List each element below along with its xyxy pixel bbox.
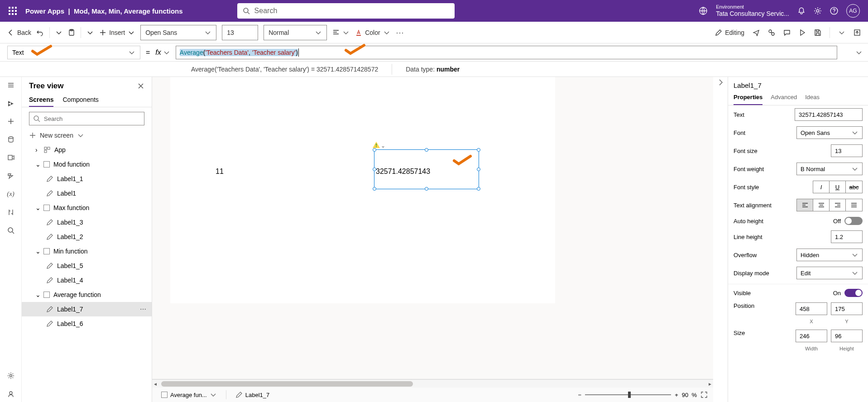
prop-text-input[interactable]: 32571.42857143: [795, 108, 863, 121]
tree-group-mod[interactable]: ⌄Mod function: [22, 157, 152, 172]
tree-item[interactable]: Label1_2: [22, 230, 152, 244]
media-icon[interactable]: [7, 154, 14, 161]
hamburger-icon[interactable]: [7, 81, 14, 89]
publish-icon[interactable]: [854, 29, 861, 36]
insert-pane-icon[interactable]: [7, 118, 14, 125]
tree-item-selected[interactable]: Label1_7⋯: [22, 302, 152, 316]
tab-advanced[interactable]: Advanced: [771, 92, 797, 105]
align-justify-button[interactable]: [846, 199, 862, 211]
undo-more[interactable]: [55, 29, 62, 36]
data-icon[interactable]: [7, 136, 14, 143]
back-button[interactable]: Back: [7, 29, 31, 36]
notifications-icon[interactable]: [797, 7, 806, 15]
comments-icon[interactable]: [783, 29, 791, 36]
prop-font-select[interactable]: Open Sans: [796, 126, 863, 139]
insert-button[interactable]: Insert: [99, 29, 135, 36]
chevron-down-icon[interactable]: ⌄: [381, 143, 385, 149]
font-size-input[interactable]: 13: [222, 25, 258, 40]
align-center-button[interactable]: [813, 199, 830, 211]
variables-icon[interactable]: (x): [7, 190, 14, 198]
align-button[interactable]: [332, 29, 350, 36]
visible-toggle[interactable]: [844, 289, 863, 297]
tree-item[interactable]: Label1_6: [22, 316, 152, 331]
chevron-down-icon[interactable]: [838, 29, 845, 36]
zoom-out-button[interactable]: −: [578, 392, 582, 398]
user-avatar[interactable]: AG: [846, 4, 860, 18]
color-button[interactable]: Color: [355, 29, 390, 36]
canvas[interactable]: 11 ⌄ 32571.42857143: [152, 77, 713, 379]
tree-group-min[interactable]: ⌄Min function: [22, 244, 152, 258]
tree-item[interactable]: Label1_1: [22, 172, 152, 186]
position-y-input[interactable]: 175: [831, 302, 863, 315]
formula-expand-icon[interactable]: [855, 49, 863, 56]
forward-arrow-icon[interactable]: [717, 79, 724, 86]
editing-mode-button[interactable]: Editing: [715, 29, 744, 36]
environment-display[interactable]: Environment Tata Consultancy Servic...: [716, 4, 789, 18]
tree-group-average[interactable]: ⌄Average function: [22, 287, 152, 302]
prop-fontstyle-segmented[interactable]: I U abc: [813, 181, 863, 193]
prop-displaymode-select[interactable]: Edit: [796, 267, 863, 279]
fx-dropdown[interactable]: fx: [155, 48, 170, 57]
prop-align-segmented[interactable]: [796, 199, 863, 211]
strike-button[interactable]: abc: [846, 181, 862, 193]
zoom-slider-track[interactable]: [585, 394, 671, 395]
footer-screen-chip[interactable]: Average fun...: [158, 390, 221, 399]
canvas-hscrollbar[interactable]: ◂ ▸: [152, 379, 713, 388]
share-icon[interactable]: [753, 29, 760, 36]
advanced-tools-icon[interactable]: [7, 209, 14, 216]
canvas-label-selected[interactable]: 32571.42857143: [376, 168, 430, 176]
search-icon[interactable]: [7, 227, 14, 234]
tab-ideas[interactable]: Ideas: [805, 92, 820, 105]
prop-overflow-select[interactable]: Hidden: [796, 249, 863, 261]
size-w-input[interactable]: 246: [796, 330, 827, 342]
tree-item[interactable]: Label1_5: [22, 258, 152, 273]
tree-item[interactable]: Label1: [22, 186, 152, 201]
autoheight-toggle[interactable]: [844, 217, 863, 225]
tree-view-icon[interactable]: [7, 100, 14, 107]
close-icon[interactable]: [137, 82, 144, 90]
settings-icon[interactable]: [814, 7, 822, 15]
help-icon[interactable]: [830, 7, 838, 15]
tree-app-node[interactable]: › App: [22, 143, 152, 157]
more-commands[interactable]: ⋯: [396, 28, 404, 38]
align-left-button[interactable]: [797, 199, 813, 211]
tab-screens[interactable]: Screens: [29, 96, 53, 107]
size-h-input[interactable]: 96: [831, 330, 863, 342]
tree-item[interactable]: Label1_4: [22, 273, 152, 287]
undo-button[interactable]: [37, 29, 44, 36]
tree-item[interactable]: Label1_3: [22, 215, 152, 230]
paste-button[interactable]: [68, 29, 75, 36]
save-icon[interactable]: [814, 29, 821, 36]
warning-icon[interactable]: [373, 142, 380, 148]
canvas-label-11[interactable]: 11: [216, 168, 224, 176]
paste-more[interactable]: [86, 29, 94, 36]
font-weight-select[interactable]: Normal: [264, 25, 327, 40]
settings-icon[interactable]: [7, 372, 14, 379]
underline-button[interactable]: U: [830, 181, 846, 193]
font-family-select[interactable]: Open Sans: [140, 25, 216, 40]
align-right-button[interactable]: [830, 199, 846, 211]
app-launcher-icon[interactable]: [4, 7, 22, 15]
zoom-in-button[interactable]: +: [675, 392, 678, 398]
app-checker-icon[interactable]: [768, 29, 775, 36]
prop-lineheight-input[interactable]: 1.2: [831, 230, 863, 243]
position-x-input[interactable]: 458: [796, 302, 827, 315]
global-search[interactable]: Search: [237, 3, 455, 19]
power-automate-icon[interactable]: [7, 172, 14, 179]
property-select[interactable]: Text: [7, 46, 140, 59]
formula-result-bar: Average('Teachers Data', 'Teacher salary…: [0, 62, 868, 77]
tree-group-max[interactable]: ⌄Max function: [22, 201, 152, 215]
formula-input[interactable]: Average('Teachers Data', 'Teacher salary…: [176, 46, 837, 59]
fit-to-screen-icon[interactable]: [700, 391, 708, 398]
tab-properties[interactable]: Properties: [734, 92, 762, 105]
item-more-icon[interactable]: ⋯: [140, 306, 146, 313]
tab-components[interactable]: Components: [62, 96, 98, 107]
tree-search-input[interactable]: Search: [29, 112, 144, 125]
new-screen-button[interactable]: New screen: [22, 130, 152, 143]
prop-fontsize-input[interactable]: 13: [831, 144, 863, 157]
italic-button[interactable]: I: [813, 181, 830, 193]
preview-icon[interactable]: [799, 29, 806, 36]
prop-fontweight-select[interactable]: B Normal: [796, 163, 863, 175]
virtual-agent-icon[interactable]: [7, 390, 14, 397]
footer-selected-chip[interactable]: Label1_7: [232, 390, 273, 399]
